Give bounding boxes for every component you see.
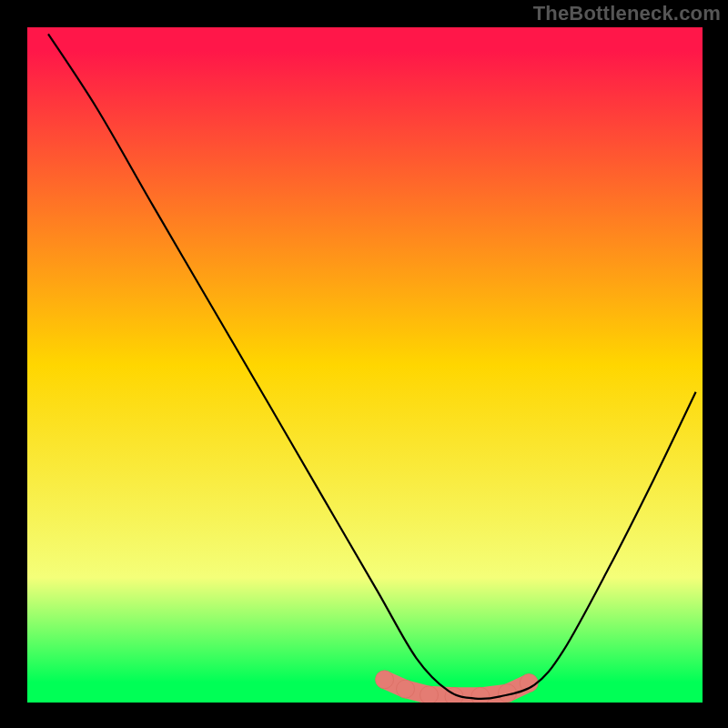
svg-point-2 xyxy=(397,680,415,698)
svg-point-5 xyxy=(471,687,490,705)
chart-container: TheBottleneck.com xyxy=(0,0,728,728)
svg-point-3 xyxy=(420,686,438,704)
bottleneck-chart xyxy=(0,0,728,728)
gradient-background xyxy=(27,27,703,703)
svg-point-1 xyxy=(376,671,394,689)
